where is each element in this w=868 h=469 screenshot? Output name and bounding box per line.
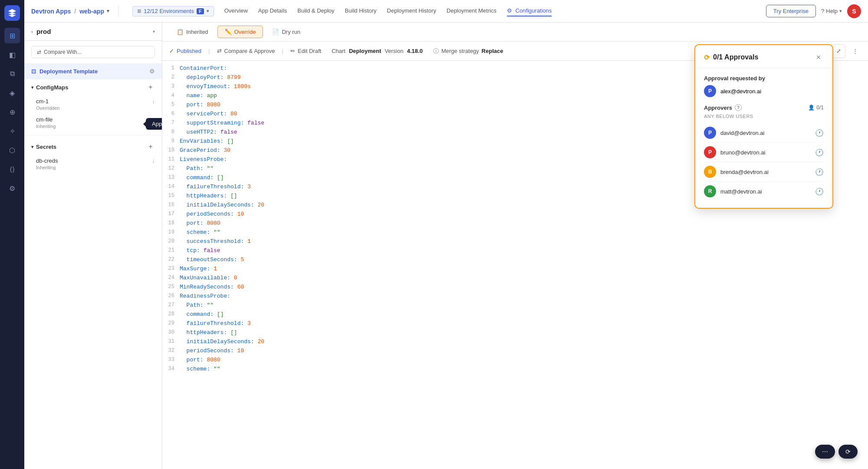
app-logo[interactable] (4, 5, 20, 21)
tab-build-history[interactable]: Build History (345, 6, 377, 16)
cm1-icon[interactable]: ↓ (152, 98, 155, 105)
secret-item-dbcreds[interactable]: db-creds ↓ Inheriting (24, 154, 162, 173)
line-number: 33 (162, 356, 180, 365)
approver-avatar: P (704, 127, 716, 139)
fab-area: ⋯ ⟳ (815, 445, 858, 459)
tab-deployment-history[interactable]: Deployment History (387, 6, 436, 16)
brand-separator: / (74, 8, 76, 15)
user-avatar[interactable]: S (847, 4, 861, 18)
configmap-item-cm1[interactable]: cm-1 ↓ Overridden (24, 95, 162, 113)
tab-inherited[interactable]: 📋 Inherited (169, 26, 216, 38)
line-number: 5 (162, 101, 180, 110)
code-line: 34 scheme: "" (162, 365, 868, 374)
secrets-collapse-icon[interactable]: ▾ (31, 144, 33, 149)
approver-row: Rmatt@devtron.ai🕐 (704, 182, 824, 201)
tab-dry-run[interactable]: 📄 Dry run (265, 26, 308, 38)
nav-icon-apps[interactable]: ◧ (4, 47, 20, 62)
approvers-info-icon[interactable]: ? (735, 104, 742, 111)
approval-close-button[interactable]: × (813, 52, 824, 62)
configmaps-collapse-icon[interactable]: ▾ (31, 85, 33, 90)
tab-deployment-metrics[interactable]: Deployment Metrics (447, 6, 496, 16)
approver-avatar: B (704, 166, 716, 178)
line-number: 23 (162, 265, 180, 274)
line-number: 6 (162, 110, 180, 119)
deployment-template-text: Deployment Template (39, 68, 98, 75)
nav-icon-box[interactable]: ◈ (4, 85, 20, 101)
cm1-row: cm-1 ↓ (36, 98, 155, 105)
nav-icon-settings[interactable]: ✧ (4, 123, 20, 139)
toolbar-sep-2: | (282, 48, 283, 54)
line-number: 31 (162, 338, 180, 347)
nav-icon-globe[interactable]: ⊕ (4, 104, 20, 120)
line-number: 27 (162, 301, 180, 310)
line-number: 4 (162, 92, 180, 101)
environment-dropdown-icon[interactable]: ▾ (153, 29, 155, 34)
requester-email: alex@devtron.ai (720, 88, 761, 95)
approvers-header: Approvers ? 👤 0/1 (704, 104, 824, 111)
dry-run-tab-icon: 📄 (272, 29, 279, 35)
code-line: 29 failureThreshold: 3 (162, 319, 868, 328)
dbcreds-row: db-creds ↓ (36, 157, 155, 164)
line-number: 32 (162, 347, 180, 356)
edit-draft-item[interactable]: ✏ Edit Draft (290, 48, 321, 54)
app-dropdown-icon[interactable]: ▾ (107, 8, 109, 14)
fab-loader-icon: ⟳ (845, 448, 851, 455)
line-number: 19 (162, 228, 180, 237)
tab-app-details[interactable]: App Details (258, 6, 287, 16)
check-icon: ✓ (169, 48, 174, 54)
line-content: scheme: "" (180, 228, 868, 237)
deployment-template-icon: ⊡ (31, 68, 36, 75)
approver-info: Bbrenda@devtron.ai (704, 166, 769, 178)
tab-build-deploy[interactable]: Build & Deploy (297, 6, 334, 16)
approver-row: Pbruno@devtron.ai🕐 (704, 143, 824, 162)
compare-approve-item[interactable]: ⇄ Compare & Approve (217, 48, 275, 54)
help-button[interactable]: ? Help ▾ (821, 8, 842, 14)
nav-icon-code[interactable]: ⟨⟩ (4, 161, 20, 177)
topbar-divider (118, 6, 118, 16)
body-area: ‹ prod ▾ ⇄ Compare With... ⊡ Deployment … (24, 23, 868, 469)
topbar-right: Try Enterprise ? Help ▾ S (766, 4, 861, 18)
approver-row: Pdavid@devtron.ai🕐 (704, 123, 824, 143)
app-name-label[interactable]: web-app (79, 8, 104, 15)
approver-clock-icon: 🕐 (815, 168, 824, 176)
code-line: 18 port: 8080 (162, 219, 868, 228)
secrets-add-button[interactable]: + (146, 142, 155, 151)
more-options-button[interactable]: ⋮ (849, 45, 861, 57)
approval-spinner-icon-popup: ⟳ (704, 53, 710, 62)
nav-icon-stack[interactable]: ⧉ (4, 66, 20, 82)
cmfile-row: cm-file ↓ (36, 116, 155, 123)
configmap-item-cmfile[interactable]: cm-file ↓ Inheriting (24, 113, 162, 131)
configmaps-add-button[interactable]: + (146, 83, 155, 92)
merge-strategy-icon: ⓘ (433, 47, 439, 55)
compare-with-button[interactable]: ⇄ Compare With... (31, 46, 155, 58)
expand-button[interactable]: ⤢ (832, 44, 845, 58)
nav-icon-shield[interactable]: ⬡ (4, 142, 20, 158)
line-content: MinReadySeconds: 60 (180, 283, 868, 292)
nav-icon-gear[interactable]: ⚙ (4, 180, 20, 196)
line-number: 18 (162, 219, 180, 228)
help-label: Help (826, 8, 838, 14)
tab-overview[interactable]: Overview (224, 6, 248, 16)
deployment-template-settings-icon[interactable]: ⚙ (149, 68, 155, 75)
env-dropdown-icon[interactable]: ▾ (207, 8, 209, 14)
try-enterprise-button[interactable]: Try Enterprise (766, 5, 816, 17)
environments-badge[interactable]: ≡ 12/12 Environments F ▾ (132, 6, 214, 16)
code-line: 27 Path: "" (162, 301, 868, 310)
code-line: 25MinReadySeconds: 60 (162, 283, 868, 292)
tab-configurations[interactable]: ⚙ Configurations (507, 6, 552, 16)
edit-draft-label: Edit Draft (298, 48, 321, 54)
code-line: 22 timeoutSeconds: 5 (162, 256, 868, 265)
published-item[interactable]: ✓ Published (169, 48, 201, 54)
deployment-template-item[interactable]: ⊡ Deployment Template ⚙ (24, 63, 162, 79)
tab-override[interactable]: ✏️ Override (217, 26, 263, 38)
code-line: 17 periodSeconds: 10 (162, 210, 868, 219)
collapse-icon[interactable]: ‹ (31, 29, 33, 35)
line-number: 29 (162, 319, 180, 328)
dbcreds-icon[interactable]: ↓ (152, 157, 155, 164)
fab-loader[interactable]: ⟳ (838, 445, 858, 459)
inherited-tab-label: Inherited (186, 29, 208, 35)
app-suite-label[interactable]: Devtron Apps (31, 8, 71, 15)
nav-icon-home[interactable]: ⊞ (4, 28, 20, 43)
fab-dots[interactable]: ⋯ (815, 445, 835, 459)
line-content: successThreshold: 1 (180, 237, 868, 246)
